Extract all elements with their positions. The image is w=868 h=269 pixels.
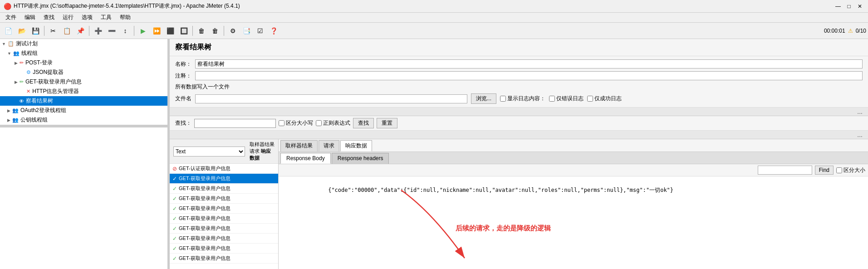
file-row: 文件名 浏览... 显示日志内容： 仅错误日志 仅成功日志 — [175, 92, 863, 105]
sample-item[interactable]: ✓ GET-获取登录用户信息 — [170, 214, 278, 224]
cut-button[interactable]: ✂ — [47, 24, 59, 37]
comment-input[interactable] — [195, 71, 863, 80]
maximize-button[interactable]: □ — [844, 2, 853, 10]
sample-item[interactable]: ✓ GET-获取登录用户信息 — [170, 194, 278, 204]
stop-now-button[interactable]: 🔲 — [177, 24, 190, 37]
menu-file[interactable]: 文件 — [2, 13, 20, 22]
tree-http-header[interactable]: ✕ HTTP信息头管理器 — [0, 87, 167, 96]
find-case-label[interactable]: 区分大小 — [836, 166, 865, 174]
reset-button[interactable]: 重置 — [377, 118, 397, 128]
expand-button[interactable]: ➕ — [92, 24, 104, 37]
tree-get-user[interactable]: ▶ ✏ GET-获取登录用户信息 — [0, 77, 167, 87]
browse-button[interactable]: 浏览... — [471, 93, 496, 104]
menu-tools[interactable]: 工具 — [97, 13, 115, 22]
thread-icon: 👥 — [13, 50, 20, 56]
errors-only-checkbox[interactable] — [549, 96, 555, 102]
file-input[interactable] — [195, 94, 467, 103]
timer: 00:00:01 — [824, 28, 845, 34]
regexp-label[interactable]: 正则表达式 — [316, 119, 350, 127]
errors-only-label[interactable]: 仅错误日志 — [549, 95, 584, 103]
func-helper-button[interactable]: ⚙ — [226, 24, 239, 37]
window-controls[interactable]: — □ ✕ — [834, 2, 864, 10]
move-button[interactable]: ↕ — [119, 24, 132, 37]
find-input[interactable] — [758, 166, 812, 175]
success-only-label[interactable]: 仅成功日志 — [587, 95, 622, 103]
minimize-button[interactable]: — — [834, 2, 843, 10]
expand-icon: ▶ — [7, 108, 10, 113]
tab-request[interactable]: 请求 — [319, 140, 339, 152]
sample-item[interactable]: ✓ GET-获取登录用户信息 — [170, 174, 278, 184]
warning-icon: ⚠ — [848, 28, 853, 34]
find-case-checkbox[interactable] — [836, 167, 842, 173]
app-icon: 🔴 — [4, 3, 11, 10]
clear-button[interactable]: 🗑 — [195, 24, 208, 37]
menu-run[interactable]: 运行 — [59, 13, 77, 22]
log-contents-checkbox[interactable] — [500, 96, 506, 102]
search-input[interactable] — [194, 119, 276, 128]
template-button[interactable]: 📑 — [240, 24, 253, 37]
sample-item[interactable]: ✓ GET-获取登录用户信息 — [170, 254, 278, 264]
search-button[interactable]: 查找 — [353, 118, 374, 128]
case-sensitive-label[interactable]: 区分大小写 — [279, 119, 313, 127]
sample-item[interactable]: ✓ GET-获取登录用户信息 — [170, 184, 278, 194]
sep2 — [89, 26, 89, 36]
sample-item[interactable]: ✓ GET-获取登录用户信息 — [170, 234, 278, 244]
tab-response-data[interactable]: 响应数据 — [340, 140, 372, 152]
sample-list: Text RegExp Tester CSS/JQuery Tester XPa… — [170, 139, 279, 269]
run-no-pause-button[interactable]: ⏩ — [150, 24, 163, 37]
sample-item[interactable]: ✓ GET-获取登录用户信息 — [170, 244, 278, 254]
tab-response-body[interactable]: Response Body — [280, 153, 331, 164]
paste-button[interactable]: 📌 — [74, 24, 87, 37]
success-only-checkbox[interactable] — [587, 96, 593, 102]
collapse-button[interactable]: ➖ — [105, 24, 118, 37]
menu-help[interactable]: 帮助 — [116, 13, 134, 22]
save-button[interactable]: 💾 — [29, 24, 42, 37]
menu-search[interactable]: 查找 — [40, 13, 58, 22]
sample-item[interactable]: ✓ GET-获取登录用户信息 — [170, 204, 278, 214]
tree-oauth2[interactable]: ▶ 👥 OAuth2登录线程组 — [0, 106, 167, 115]
lower-pane: Text RegExp Tester CSS/JQuery Tester XPa… — [170, 139, 868, 269]
response-body: {"code":"00000","data":{"id":null,"nickn… — [279, 176, 868, 269]
left-panel: ▼ 📋 测试计划 ▼ 👥 线程组 ▶ ✏ POST-登录 ⚙ JSON提取器 ▶… — [0, 39, 168, 269]
menu-edit[interactable]: 编辑 — [21, 13, 39, 22]
toggle-button[interactable]: ☑ — [254, 24, 266, 37]
help-button[interactable]: ❓ — [267, 24, 280, 37]
request-icon: ✏ — [20, 60, 24, 66]
copy-button[interactable]: 📋 — [60, 24, 73, 37]
sample-item[interactable]: ✓ GET-获取登录用户信息 — [170, 224, 278, 234]
sep5 — [224, 26, 224, 36]
tab-sampler-result[interactable]: 取样器结果 — [280, 140, 318, 152]
log-contents-label[interactable]: 显示日志内容： — [500, 95, 545, 103]
sample-item-label: GET-获取登录用户信息 — [179, 225, 230, 232]
tree-result-tree[interactable]: 👁 察看结果树 — [0, 96, 167, 106]
success-icon: ✓ — [172, 186, 177, 192]
resize-handle[interactable] — [0, 125, 167, 127]
name-input[interactable] — [195, 59, 863, 68]
case-sensitive-checkbox[interactable] — [279, 120, 284, 126]
stop-button[interactable]: ⬛ — [164, 24, 177, 37]
sep3 — [134, 26, 134, 36]
dots-row-2: ... — [170, 131, 868, 139]
tree-json-extractor[interactable]: ⚙ JSON提取器 — [0, 68, 167, 77]
run-button[interactable]: ▶ — [137, 24, 149, 37]
success-icon: ✓ — [172, 245, 177, 252]
sample-item-label: GET-获取登录用户信息 — [179, 235, 230, 242]
open-button[interactable]: 📂 — [15, 24, 28, 37]
tree-thread-group[interactable]: ▼ 👥 线程组 — [0, 49, 167, 58]
sample-items: ⊘ GET-认证获取用户信息 ✓ GET-获取登录用户信息 ✓ GET-获取登录… — [170, 164, 278, 269]
title-bar: 🔴 HTTP请求.jmx (C:\soft\apache-jmeter-5.4.… — [0, 0, 868, 13]
new-button[interactable]: 📄 — [2, 24, 15, 37]
tree-post-login[interactable]: ▶ ✏ POST-登录 — [0, 58, 167, 68]
error-icon: ⊘ — [172, 166, 177, 172]
find-button[interactable]: Find — [815, 166, 834, 175]
tree-pubkey[interactable]: ▶ 👥 公钥线程组 — [0, 115, 167, 125]
menu-options[interactable]: 选项 — [78, 13, 96, 22]
clear-all-button[interactable]: 🗑 — [209, 24, 221, 37]
response-body-text: {"code":"00000","data":{"id":null,"nickn… — [328, 187, 673, 193]
regexp-checkbox[interactable] — [316, 120, 322, 126]
close-button[interactable]: ✕ — [855, 2, 864, 10]
tab-response-headers[interactable]: Response headers — [332, 153, 389, 164]
tree-root[interactable]: ▼ 📋 测试计划 — [0, 39, 167, 49]
sample-dropdown[interactable]: Text RegExp Tester CSS/JQuery Tester XPa… — [173, 147, 245, 157]
sample-item[interactable]: ⊘ GET-认证获取用户信息 — [170, 164, 278, 174]
